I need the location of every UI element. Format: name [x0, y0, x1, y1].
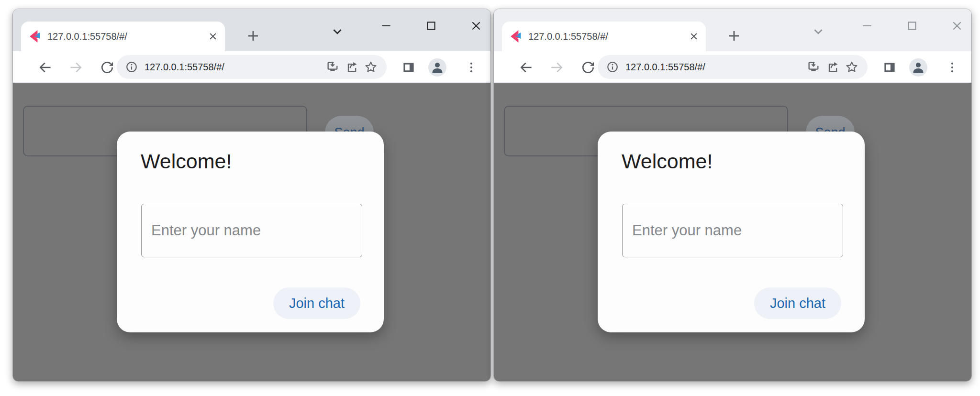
forward-button[interactable]: [548, 59, 565, 76]
tab-search-chevron-icon[interactable]: [328, 22, 346, 41]
new-tab-button[interactable]: [725, 27, 743, 45]
reload-button[interactable]: [99, 59, 116, 76]
url-text: 127.0.0.1:55758/#/: [143, 62, 322, 73]
join-chat-button[interactable]: Join chat: [754, 287, 841, 319]
maximize-button[interactable]: [902, 16, 922, 36]
browser-tab[interactable]: 127.0.0.1:55758/#/: [21, 22, 225, 51]
bookmark-star-icon[interactable]: [363, 59, 379, 75]
address-bar[interactable]: 127.0.0.1:55758/#/: [117, 55, 387, 79]
side-panel-icon[interactable]: [399, 58, 418, 77]
page-content: Send Welcome! Join chat: [494, 83, 971, 381]
share-icon[interactable]: [824, 59, 841, 75]
url-text: 127.0.0.1:55758/#/: [624, 62, 802, 73]
forward-button[interactable]: [67, 59, 84, 76]
site-favicon-icon: [510, 30, 522, 43]
window-controls: [858, 16, 967, 36]
minimize-button[interactable]: [858, 16, 877, 36]
dialog-title: Welcome!: [622, 150, 713, 173]
browser-window-right: 127.0.0.1:55758/#/: [493, 9, 972, 382]
reload-button[interactable]: [579, 59, 597, 76]
tab-title: 127.0.0.1:55758/#/: [528, 31, 682, 42]
bookmark-star-icon[interactable]: [844, 59, 860, 75]
join-chat-button[interactable]: Join chat: [273, 287, 360, 319]
site-info-icon[interactable]: [123, 59, 140, 75]
address-bar[interactable]: 127.0.0.1:55758/#/: [598, 55, 868, 79]
close-window-button[interactable]: [947, 16, 967, 36]
side-panel-icon[interactable]: [880, 58, 899, 77]
site-favicon-icon: [29, 30, 41, 43]
browser-window-left: 127.0.0.1:55758/#/: [12, 9, 491, 382]
close-tab-icon[interactable]: [689, 31, 699, 42]
share-icon[interactable]: [344, 59, 360, 75]
close-window-button[interactable]: [467, 16, 486, 36]
name-input[interactable]: [622, 204, 843, 257]
page-content: Send Welcome! Join chat: [13, 83, 490, 381]
close-tab-icon[interactable]: [208, 31, 218, 42]
profile-avatar[interactable]: [428, 58, 447, 77]
site-info-icon[interactable]: [604, 59, 621, 75]
welcome-dialog: Welcome! Join chat: [117, 132, 384, 332]
dialog-title: Welcome!: [141, 150, 232, 173]
browser-toolbar: 127.0.0.1:55758/#/: [13, 51, 490, 83]
menu-dots-icon[interactable]: [462, 58, 481, 77]
browser-toolbar: 127.0.0.1:55758/#/: [494, 51, 971, 83]
install-app-icon[interactable]: [324, 59, 341, 75]
minimize-button[interactable]: [377, 16, 396, 36]
install-app-icon[interactable]: [805, 59, 822, 75]
tab-strip: 127.0.0.1:55758/#/: [13, 9, 490, 51]
back-button[interactable]: [37, 59, 54, 76]
browser-tab[interactable]: 127.0.0.1:55758/#/: [502, 22, 706, 51]
new-tab-button[interactable]: [244, 27, 262, 45]
tab-strip: 127.0.0.1:55758/#/: [494, 9, 971, 51]
tab-title: 127.0.0.1:55758/#/: [47, 31, 201, 42]
profile-avatar[interactable]: [909, 58, 928, 77]
menu-dots-icon[interactable]: [943, 58, 962, 77]
name-input[interactable]: [141, 204, 362, 257]
tab-search-chevron-icon[interactable]: [809, 22, 827, 41]
maximize-button[interactable]: [422, 16, 441, 36]
welcome-dialog: Welcome! Join chat: [598, 132, 865, 332]
window-controls: [377, 16, 486, 36]
back-button[interactable]: [518, 59, 535, 76]
